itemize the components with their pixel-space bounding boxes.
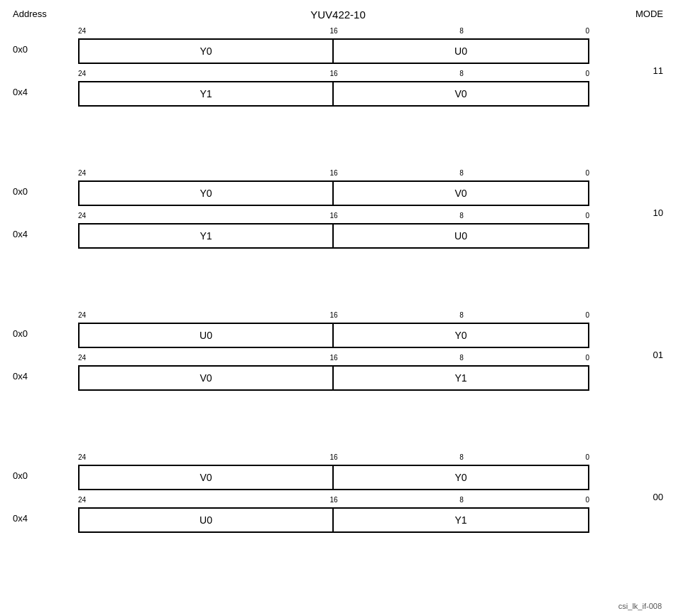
cell-right-g2-r0: Y0 — [334, 324, 588, 347]
bit-labels-g3-r0: 241680 — [78, 453, 589, 463]
cell-right-g0-r1: V0 — [334, 82, 588, 105]
bit-labels-g2-r0: 241680 — [78, 311, 589, 321]
mode-label-g1: 10 — [653, 207, 663, 218]
cell-right-g3-r1: Y1 — [334, 509, 588, 531]
mode-label-g3: 00 — [653, 492, 663, 502]
mode-label-g2: 01 — [653, 350, 663, 360]
footnote: csi_lk_if-008 — [618, 602, 662, 610]
cell-left-g2-r1: V0 — [80, 367, 334, 389]
register-box-g0-r0: Y0U0 — [78, 38, 589, 64]
mode-header: MODE — [636, 9, 663, 19]
cell-left-g0-r0: Y0 — [80, 40, 334, 63]
register-box-g2-r1: V0Y1 — [78, 365, 589, 391]
bit-labels-g3-r1: 241680 — [78, 496, 589, 506]
addr-label-g3-r0: 0x0 — [13, 470, 28, 481]
cell-left-g1-r1: Y1 — [80, 225, 334, 247]
cell-right-g1-r0: V0 — [334, 182, 588, 205]
addr-label-g2-r0: 0x0 — [13, 328, 28, 339]
addr-label-g1-r0: 0x0 — [13, 186, 28, 197]
page-title: YUV422-10 — [0, 9, 676, 21]
addr-label-g1-r1: 0x4 — [13, 229, 28, 239]
register-box-g3-r0: V0Y0 — [78, 465, 589, 490]
cell-left-g0-r1: Y1 — [80, 82, 334, 105]
cell-right-g0-r0: U0 — [334, 40, 588, 63]
addr-label-g0-r1: 0x4 — [13, 87, 28, 97]
register-box-g0-r1: Y1V0 — [78, 81, 589, 107]
bit-labels-g0-r1: 241680 — [78, 70, 589, 80]
cell-right-g1-r1: U0 — [334, 225, 588, 247]
register-box-g1-r1: Y1U0 — [78, 223, 589, 249]
register-box-g3-r1: U0Y1 — [78, 507, 589, 533]
cell-left-g2-r0: U0 — [80, 324, 334, 347]
addr-label-g2-r1: 0x4 — [13, 371, 28, 382]
cell-right-g3-r0: Y0 — [334, 466, 588, 489]
bit-labels-g2-r1: 241680 — [78, 354, 589, 364]
cell-left-g3-r1: U0 — [80, 509, 334, 531]
addr-label-g3-r1: 0x4 — [13, 513, 28, 524]
bit-labels-g1-r1: 241680 — [78, 212, 589, 222]
bit-labels-g1-r0: 241680 — [78, 169, 589, 179]
register-box-g2-r0: U0Y0 — [78, 323, 589, 348]
addr-label-g0-r0: 0x0 — [13, 44, 28, 55]
bit-labels-g0-r0: 241680 — [78, 27, 589, 37]
cell-right-g2-r1: Y1 — [334, 367, 588, 389]
cell-left-g3-r0: V0 — [80, 466, 334, 489]
register-box-g1-r0: Y0V0 — [78, 180, 589, 206]
cell-left-g1-r0: Y0 — [80, 182, 334, 205]
mode-label-g0: 11 — [653, 65, 663, 76]
